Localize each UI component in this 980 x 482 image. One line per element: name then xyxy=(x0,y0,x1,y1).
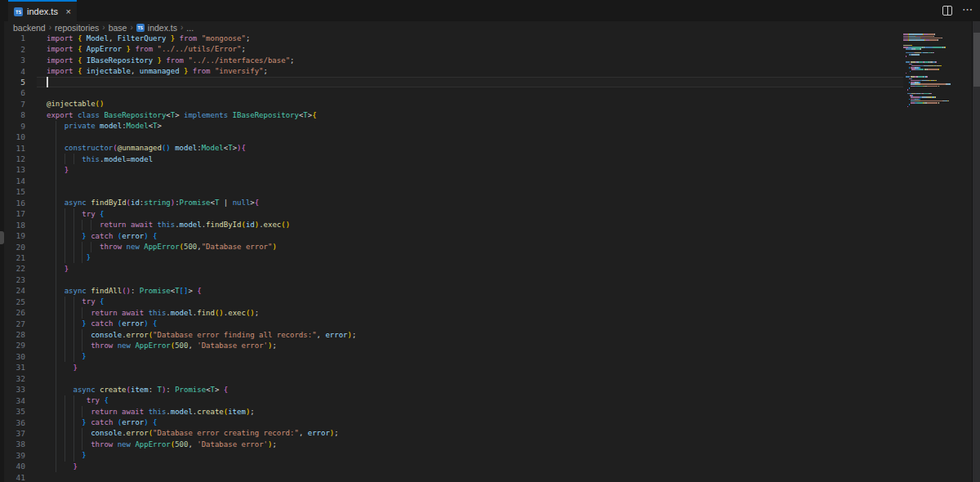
code-line[interactable]: 30 } xyxy=(0,351,972,362)
code-line[interactable]: 34 try { xyxy=(0,395,972,405)
editor-actions: ⋯ xyxy=(942,0,973,21)
typescript-file-icon: TS xyxy=(136,24,145,32)
code-line[interactable]: 26 return await this.model.find().exec()… xyxy=(0,307,972,318)
left-rail xyxy=(0,0,4,482)
code-text: import { injectable, unmanaged } from "i… xyxy=(47,67,268,75)
code-text: import { AppError } from "../../utils/Er… xyxy=(47,45,246,53)
code-text: export class BaseRepository<T> implement… xyxy=(47,111,317,119)
code-text: @injectable() xyxy=(47,100,104,108)
code-text: } xyxy=(47,253,91,261)
minimap[interactable] xyxy=(903,33,951,115)
code-text: return await this.model.create(item); xyxy=(47,408,255,416)
code-line[interactable]: 37 console.error("Database error creatin… xyxy=(0,428,972,439)
code-line[interactable]: 16 async findById(id:string):Promise<T |… xyxy=(0,198,972,208)
vscode-window: TS index.ts × ⋯ backend›repositories›bas… xyxy=(0,0,980,482)
code-line[interactable]: 38 throw new AppError(500, 'Database err… xyxy=(0,439,972,449)
typescript-file-icon: TS xyxy=(14,7,23,16)
code-text: async create(item: T): Promise<T> { xyxy=(47,386,228,394)
code-text: import { Model, FilterQuery } from "mong… xyxy=(47,34,250,42)
code-line[interactable]: 15 xyxy=(0,186,972,197)
vertical-scrollbar xyxy=(972,21,980,482)
code-line[interactable]: 6 xyxy=(0,87,972,98)
breadcrumb-item-[interactable]: ... xyxy=(186,23,194,33)
code-text: } xyxy=(47,166,69,174)
code-line[interactable]: 14 xyxy=(0,176,972,186)
code-line[interactable]: 3import { IBaseRepository } from "../../… xyxy=(0,55,972,65)
code-text: throw new AppError(500, 'Database error'… xyxy=(47,440,277,449)
code-text: private model:Model<T> xyxy=(47,122,162,130)
tab-label: index.ts xyxy=(27,7,58,16)
code-line[interactable]: 4import { injectable, unmanaged } from "… xyxy=(0,65,972,76)
breadcrumb-separator: › xyxy=(180,23,183,32)
scrollbar-slider[interactable] xyxy=(973,33,980,87)
code-line[interactable]: 7@injectable() xyxy=(0,99,972,109)
code-line[interactable]: 28 console.error("Database error finding… xyxy=(0,329,972,340)
code-line[interactable]: 25 try { xyxy=(0,297,972,307)
code-line[interactable]: 21 } xyxy=(0,252,972,263)
code-text: this.model=model xyxy=(47,155,153,163)
code-line[interactable]: 32 xyxy=(0,373,972,384)
code-text: constructor(@unmanaged() model:Model<T>)… xyxy=(47,144,246,152)
code-text: return await this.model.findById(id).exe… xyxy=(47,221,290,229)
code-text: import { IBaseRepository } from "../../i… xyxy=(47,56,294,65)
tab-close-icon[interactable]: × xyxy=(66,7,71,16)
code-line[interactable]: 27 } catch (error) { xyxy=(0,318,972,328)
tab-index-ts[interactable]: TS index.ts × xyxy=(8,0,77,21)
code-text: console.error("Database error finding al… xyxy=(47,331,356,339)
code-line[interactable]: 5 xyxy=(0,77,972,87)
code-line[interactable]: 23 xyxy=(0,274,972,285)
code-text: } xyxy=(47,462,78,471)
code-line[interactable]: 40 } xyxy=(0,461,972,471)
code-text: throw new AppError(500,"Database error") xyxy=(47,243,277,251)
code-line[interactable]: 18 return await this.model.findById(id).… xyxy=(0,219,972,230)
code-line[interactable]: 31 } xyxy=(0,362,972,373)
code-line[interactable]: 29 throw new AppError(500, 'Database err… xyxy=(0,340,972,350)
code-text: } xyxy=(47,364,78,372)
code-text: } xyxy=(47,352,87,360)
breadcrumb-separator: › xyxy=(130,23,132,32)
breadcrumb-item-repositories[interactable]: repositories xyxy=(55,23,99,33)
breadcrumb-item-base[interactable]: base xyxy=(109,23,127,33)
code-line[interactable]: 2import { AppError } from "../../utils/E… xyxy=(0,43,972,54)
code-line[interactable]: 1import { Model, FilterQuery } from "mon… xyxy=(0,33,972,43)
code-line[interactable]: 20 throw new AppError(500,"Database erro… xyxy=(0,241,972,252)
code-line[interactable]: 19 } catch (error) { xyxy=(0,230,972,241)
breadcrumb-separator: › xyxy=(102,23,105,32)
code-text: async findById(id:string):Promise<T | nu… xyxy=(47,199,259,207)
code-text: try { xyxy=(47,396,109,404)
code-line[interactable]: 11 constructor(@unmanaged() model:Model<… xyxy=(0,142,972,153)
breadcrumb-separator: › xyxy=(49,23,51,32)
code-text: } catch (error) { xyxy=(47,418,158,426)
code-line[interactable]: 41 xyxy=(0,472,972,482)
code-line[interactable]: 39 } xyxy=(0,450,972,461)
code-line[interactable]: 17 try { xyxy=(0,208,972,219)
code-text: console.error("Database error creating r… xyxy=(47,429,339,437)
code-editor[interactable]: 1import { Model, FilterQuery } from "mon… xyxy=(0,33,972,482)
code-line[interactable]: 22 } xyxy=(0,263,972,274)
code-line[interactable]: 33 async create(item: T): Promise<T> { xyxy=(0,384,972,395)
code-text: } catch (error) { xyxy=(47,232,158,240)
breadcrumb-item-indexts[interactable]: index.ts xyxy=(148,23,177,33)
code-line[interactable]: 12 this.model=model xyxy=(0,154,972,164)
code-text: } xyxy=(47,265,69,273)
code-text: try { xyxy=(47,210,104,218)
code-text: return await this.model.find().exec(); xyxy=(47,309,259,317)
breadcrumb-item-backend[interactable]: backend xyxy=(13,23,46,33)
code-line[interactable]: 36 } catch (error) { xyxy=(0,417,972,427)
code-line[interactable]: 24 async findAll(): Promise<T[]> { xyxy=(0,285,972,296)
code-text: try { xyxy=(47,297,104,306)
code-line[interactable]: 9 private model:Model<T> xyxy=(0,121,972,132)
code-text: throw new AppError(500, 'Database error'… xyxy=(47,341,277,350)
code-text: } catch (error) { xyxy=(47,319,158,328)
code-line[interactable]: 10 xyxy=(0,132,972,142)
code-line[interactable]: 13 } xyxy=(0,164,972,175)
left-rail-handle[interactable] xyxy=(0,231,4,244)
tab-bar: TS index.ts × ⋯ xyxy=(0,0,980,21)
code-text: async findAll(): Promise<T[]> { xyxy=(47,287,202,295)
code-line[interactable]: 8export class BaseRepository<T> implemen… xyxy=(0,109,972,120)
split-editor-icon[interactable] xyxy=(942,6,952,16)
minimap-line xyxy=(903,108,951,109)
more-actions-icon[interactable]: ⋯ xyxy=(962,4,973,18)
breadcrumb: backend›repositories›base›TSindex.ts›... xyxy=(13,21,194,33)
code-line[interactable]: 35 return await this.model.create(item); xyxy=(0,406,972,417)
